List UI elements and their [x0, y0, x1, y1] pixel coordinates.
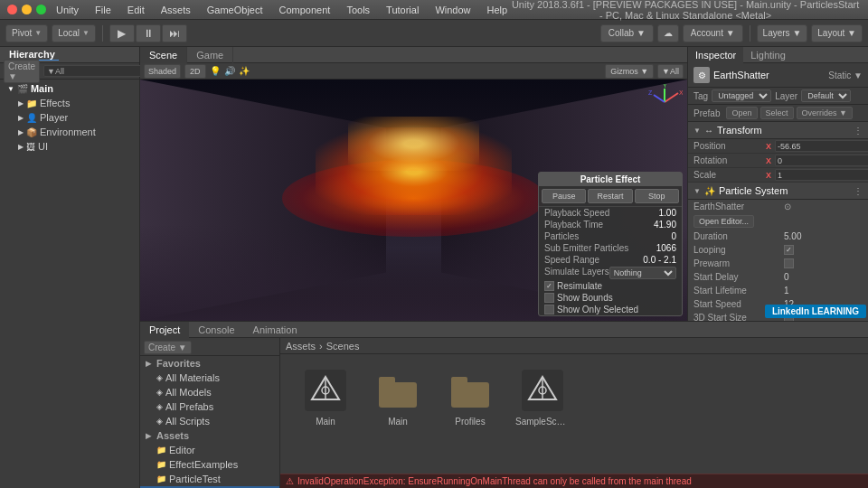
- ps-icon-small: ⊙: [784, 202, 791, 211]
- svg-text:Z: Z: [648, 89, 653, 96]
- hierarchy-item-environment[interactable]: ▶ 📦 Environment: [0, 125, 139, 139]
- transform-component-header[interactable]: ▼ ↔ Transform ⋮: [688, 122, 868, 139]
- inspector-body: ⚙ EarthShatter Static ▼ Tag Untagged Lay…: [688, 63, 868, 321]
- layers-button[interactable]: Layers ▼: [757, 24, 808, 42]
- layout-button[interactable]: Layout ▼: [811, 24, 863, 42]
- path-assets[interactable]: Assets: [286, 341, 316, 352]
- project-tab[interactable]: Project: [140, 322, 189, 338]
- asset-main-folder[interactable]: Main: [371, 368, 425, 460]
- main-folder-label: Main: [388, 417, 408, 427]
- scale-x-input[interactable]: [775, 169, 868, 181]
- minimize-btn[interactable]: [22, 5, 32, 14]
- gizmos-dropdown[interactable]: Gizmos ▼: [605, 64, 654, 79]
- scene-viewport[interactable]: X Y Z ◄ Persp Particle Effect Pause: [140, 80, 687, 321]
- transform-menu[interactable]: ⋮: [854, 126, 863, 136]
- menu-edit[interactable]: Edit: [125, 5, 147, 15]
- mac-window-controls: [7, 5, 46, 14]
- project-assets-grid: Main Main: [280, 354, 868, 474]
- sidebar-all-prefabs[interactable]: ◈ All Prefabs: [140, 399, 279, 414]
- particle-stop-btn[interactable]: Stop: [635, 189, 679, 203]
- maximize-btn[interactable]: [36, 5, 46, 14]
- close-btn[interactable]: [7, 5, 17, 14]
- hier-main-label: Main: [31, 83, 53, 94]
- favorites-header[interactable]: ▶ Favorites: [140, 356, 279, 371]
- prefab-overrides-btn[interactable]: Overrides ▼: [797, 107, 853, 119]
- rot-x-input[interactable]: [775, 155, 868, 166]
- player-icon: 👤: [26, 113, 37, 123]
- hier-effects-arrow: ▶: [18, 99, 24, 108]
- effects-label: EffectExamples: [169, 459, 238, 470]
- hierarchy-item-effects[interactable]: ▶ 📁 Effects: [0, 96, 139, 110]
- hierarchy-item-player[interactable]: ▶ 👤 Player: [0, 110, 139, 125]
- collab-button[interactable]: Collab ▼: [600, 24, 654, 42]
- showbounds-checkbox[interactable]: [544, 293, 554, 303]
- game-tab[interactable]: Game: [187, 47, 233, 63]
- step-button[interactable]: ⏭: [162, 24, 187, 42]
- play-button[interactable]: ▶: [109, 24, 135, 42]
- shaded-dropdown[interactable]: Shaded: [144, 64, 181, 79]
- menu-window[interactable]: Window: [432, 5, 473, 15]
- path-scenes[interactable]: Scenes: [326, 341, 360, 352]
- assets-header[interactable]: ▶ Assets: [140, 428, 279, 443]
- layer-dropdown[interactable]: Default: [801, 89, 851, 102]
- cloud-button[interactable]: ☁: [657, 24, 679, 42]
- particle-row-time: Playback Time 41.90: [539, 219, 682, 230]
- sidebar-all-materials[interactable]: ◈ All Materials: [140, 371, 279, 385]
- particle-layers-dropdown[interactable]: Nothing: [609, 267, 676, 279]
- menu-assets[interactable]: Assets: [158, 5, 193, 15]
- particle-pause-btn[interactable]: Pause: [542, 189, 586, 203]
- inspector-tab[interactable]: Inspector: [688, 47, 743, 63]
- sidebar-all-models[interactable]: ◈ All Models: [140, 385, 279, 399]
- sidebar-effect-examples[interactable]: 📁 EffectExamples: [140, 457, 279, 472]
- particle-test-label: ParticleTest: [169, 474, 221, 484]
- main-unity-label: Main: [316, 417, 335, 427]
- console-tab[interactable]: Console: [189, 322, 243, 338]
- menu-component[interactable]: Component: [277, 5, 334, 15]
- error-bar: ⚠ InvalidOperationException: EnsureRunni…: [280, 474, 868, 488]
- ps-menu[interactable]: ⋮: [854, 186, 863, 196]
- asset-main-unity[interactable]: Main: [298, 368, 353, 460]
- hierarchy-search[interactable]: [43, 65, 152, 77]
- path-sep1: ›: [319, 341, 323, 352]
- lighting-tab[interactable]: Lighting: [743, 47, 793, 63]
- particle-sub-label: Sub Emitter Particles: [544, 243, 628, 253]
- sidebar-all-scripts[interactable]: ◈ All Scripts: [140, 414, 279, 428]
- prefab-select-btn[interactable]: Select: [760, 107, 794, 119]
- resimulate-checkbox[interactable]: ✓: [544, 281, 554, 291]
- transform-arrow: ▼: [693, 127, 701, 135]
- pos-x-input[interactable]: -56.65: [775, 140, 868, 152]
- pivot-button[interactable]: Pivot ▼: [5, 24, 48, 42]
- showonly-checkbox[interactable]: [544, 305, 554, 314]
- asset-sample-scene[interactable]: SampleScene: [515, 368, 570, 460]
- hierarchy-scene-main[interactable]: ▼ 🎬 Main: [0, 81, 139, 96]
- sample-scene-icon: [520, 368, 565, 413]
- scene-tab[interactable]: Scene: [140, 47, 187, 63]
- rotation-xyz: X Y Z: [766, 155, 868, 166]
- menu-tools[interactable]: Tools: [344, 5, 373, 15]
- project-create-btn[interactable]: Create ▼: [144, 341, 192, 354]
- sidebar-particle-test[interactable]: 📁 ParticleTest: [140, 472, 279, 486]
- open-editor-btn[interactable]: Open Editor...: [693, 215, 754, 228]
- ps-component-header[interactable]: ▼ ✨ Particle System ⋮: [688, 183, 868, 200]
- pause-button[interactable]: ⏸: [136, 24, 161, 42]
- menu-file[interactable]: File: [92, 5, 114, 15]
- ps-prewarm-checkbox[interactable]: [784, 258, 794, 268]
- ps-looping-checkbox[interactable]: ✓: [784, 245, 794, 255]
- asset-profiles-folder[interactable]: Profiles: [443, 368, 497, 460]
- ps-lifetime-row: Start Lifetime 1: [688, 284, 868, 297]
- menu-gameobject[interactable]: GameObject: [204, 5, 266, 15]
- account-button[interactable]: Account ▼: [683, 24, 743, 42]
- prefab-open-btn[interactable]: Open: [726, 107, 757, 119]
- hierarchy-item-ui[interactable]: ▶ 🖼 UI: [0, 139, 139, 154]
- animation-tab[interactable]: Animation: [244, 322, 307, 338]
- tag-dropdown[interactable]: Untagged: [712, 89, 771, 102]
- local-button[interactable]: Local ▼: [52, 24, 96, 42]
- menu-help[interactable]: Help: [485, 5, 511, 15]
- menu-tutorial[interactable]: Tutorial: [383, 5, 421, 15]
- particle-restart-btn[interactable]: Restart: [588, 189, 632, 203]
- menu-unity[interactable]: Unity: [53, 5, 81, 15]
- ps-duration-val: 5.00: [784, 231, 863, 241]
- all-dropdown[interactable]: ▼All: [657, 64, 684, 79]
- sidebar-editor[interactable]: 📁 Editor: [140, 443, 279, 457]
- 2d-button[interactable]: 2D: [184, 64, 206, 79]
